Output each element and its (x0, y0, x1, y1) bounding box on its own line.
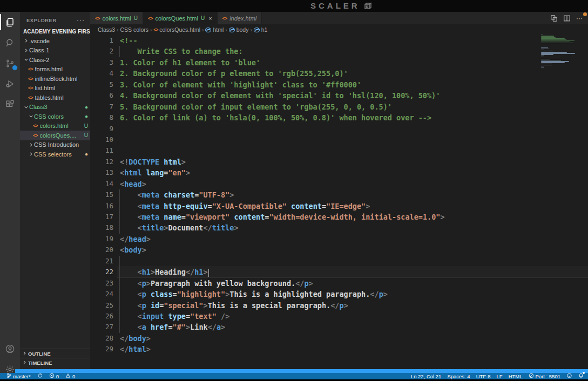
html-file-icon: <> (28, 66, 33, 72)
code-line-29[interactable]: 29</html> (90, 344, 588, 355)
code-line-4[interactable]: 42. Background color of p element to 'rg… (90, 68, 588, 79)
status-bar: master*00Ln 22, Col 21Spaces: 4UTF-8LFHT… (0, 373, 588, 379)
code-line-14[interactable]: 14<head> (90, 179, 588, 189)
status-git-branch[interactable]: master* (6, 373, 31, 379)
tree-item-colors-html[interactable]: <>colors.htmlU (20, 121, 90, 131)
code-line-7[interactable]: 75. Background color of input element to… (90, 101, 588, 112)
status-warning[interactable]: 0 (65, 373, 75, 379)
code-line-17[interactable]: 17 <meta name="viewport" content="width=… (90, 212, 588, 222)
code-line-25[interactable]: 25 <p id="special">This is a special par… (90, 300, 588, 311)
source-control-icon[interactable] (0, 53, 20, 73)
tree-item-class3[interactable]: Class3● (20, 103, 90, 112)
code-line-27[interactable]: 27 <a href="#">Link</a> (90, 322, 588, 332)
status-spaces-indicator[interactable]: Spaces: 4 (447, 373, 470, 379)
extensions-icon[interactable] (0, 94, 20, 114)
code-line-9[interactable]: 9 (90, 124, 588, 134)
code-line-19[interactable]: 19</head> (90, 234, 588, 244)
status-ln-indicator[interactable]: Ln 22, Col 21 (411, 373, 442, 379)
section-timeline[interactable]: TIMELINE (20, 358, 90, 367)
code-line-13[interactable]: 13<html lang="en"> (90, 167, 588, 178)
code-line-23[interactable]: 23 <p>Paragraph with yellow background.<… (90, 278, 588, 289)
status-html-indicator[interactable]: HTML (509, 373, 523, 379)
tab-colorsques-html[interactable]: <>colorsQues.htmlU× (143, 12, 218, 24)
chevron-right-icon (28, 151, 34, 157)
tree-item-inllineblock-html[interactable]: <>inllineBlock.html (20, 74, 90, 84)
tree-item-class-2[interactable]: Class-2 (20, 55, 90, 65)
code-line-11[interactable]: 11 (90, 145, 588, 156)
tab-index-html[interactable]: <>index.html (218, 12, 262, 24)
chevron-down-icon (28, 113, 34, 119)
line-number: 10 (90, 134, 113, 145)
tree-item-tables-html[interactable]: <>tables.html (20, 93, 90, 103)
tree-item-label: CSS selectors (34, 151, 72, 158)
workspace-root-folder[interactable]: ACADEMY EVENING FIRS... (20, 27, 90, 36)
open-changes-icon[interactable] (550, 15, 558, 22)
code-line-5[interactable]: 53. Color of element with 'highlight' cl… (90, 79, 588, 90)
code-line-22[interactable]: 22 <h1>Heading</h1> (90, 267, 588, 277)
status-sync[interactable] (37, 373, 43, 379)
line-number: 27 (90, 322, 113, 332)
git-untracked-badge: U (134, 15, 138, 21)
status-bell[interactable] (578, 373, 584, 379)
tree-item-colorsques-[interactable]: <>colorsQues....U (20, 131, 90, 140)
status-error[interactable]: 0 (49, 373, 59, 379)
tree-item-forms-html[interactable]: <>forms.html (20, 65, 90, 74)
code-line-8[interactable]: 86. Color of link (a) to 'hsla(0, 100%, … (90, 112, 588, 123)
code-line-12[interactable]: 12<!DOCTYPE html> (90, 157, 588, 167)
chevron-right-icon (23, 38, 29, 44)
warning-icon (65, 373, 71, 379)
close-icon[interactable]: × (208, 15, 212, 22)
account-icon[interactable] (0, 338, 20, 359)
git-modified-dot: ● (83, 151, 88, 157)
breadcrumb-separator: › (150, 27, 152, 33)
status-feedback[interactable] (566, 373, 572, 379)
breadcrumb-body[interactable]: body (229, 26, 249, 33)
tree-item-css-selectors[interactable]: CSS selectors● (20, 149, 90, 159)
tree-item-label: colors.html (40, 123, 69, 129)
breadcrumb-colorsques-html[interactable]: <>colorsQues.html (153, 26, 200, 33)
search-icon[interactable] (0, 32, 20, 53)
section-outline[interactable]: OUTLINE (20, 349, 90, 358)
code-line-15[interactable]: 15 <meta charset="UTF-8"> (90, 189, 588, 200)
more-actions-icon[interactable]: ··· (576, 15, 583, 22)
line-number: 21 (90, 256, 113, 267)
tree-item-label: Class3 (29, 104, 48, 110)
symbol-icon (254, 28, 260, 32)
explorer-more-icon[interactable]: ··· (77, 16, 85, 24)
status-circle-slash[interactable]: Port : 5501 (529, 373, 560, 379)
tree-item-css-colors[interactable]: CSS colors● (20, 112, 90, 121)
code-line-3[interactable]: 31. Color of h1 element to 'blue' (90, 57, 588, 68)
status-lf-indicator[interactable]: LF (497, 373, 503, 379)
code-line-6[interactable]: 64. Background color of element with 'sp… (90, 90, 588, 101)
code-line-24[interactable]: 24 <p class="highlight">This is a highli… (90, 289, 588, 300)
minimap[interactable] (541, 35, 582, 78)
explorer-icon[interactable] (0, 12, 20, 32)
tree-item-class-1[interactable]: Class-1 (20, 46, 90, 56)
status-label: 0 (72, 373, 75, 379)
breadcrumb-h1[interactable]: h1 (254, 26, 268, 33)
status-label: 0 (56, 373, 59, 379)
status-label: master* (13, 373, 31, 379)
run-debug-icon[interactable] (0, 73, 20, 94)
code-line-18[interactable]: 18 <title>Document</title> (90, 222, 588, 233)
video-scrub-bar[interactable] (15, 369, 588, 373)
code-editor[interactable]: 1<!--2 Write CSS to change the:31. Color… (90, 35, 588, 359)
tab-colors-html[interactable]: <>colors.htmlU (90, 12, 143, 24)
tree-item--vscode[interactable]: .vscode (20, 36, 90, 46)
breadcrumb-html[interactable]: html (205, 26, 224, 33)
status-utf-8-indicator[interactable]: UTF-8 (476, 373, 491, 379)
split-editor-icon[interactable] (563, 15, 571, 22)
code-line-21[interactable]: 21 (90, 256, 588, 267)
code-line-20[interactable]: 20<body> (90, 244, 588, 255)
code-line-1[interactable]: 1<!-- (90, 35, 588, 46)
code-line-26[interactable]: 26 <input type="text" /> (90, 311, 588, 322)
code-line-16[interactable]: 16 <meta http-equiv="X-UA-Compatible" co… (90, 201, 588, 212)
code-line-10[interactable]: 10 (90, 134, 588, 145)
status-label: HTML (509, 373, 523, 379)
code-line-2[interactable]: 2 Write CSS to change the: (90, 46, 588, 57)
breadcrumb-class3[interactable]: Class3 (98, 26, 115, 33)
tree-item-css-introduction[interactable]: CSS Introduction (20, 140, 90, 150)
breadcrumb-css-colors[interactable]: CSS colors (120, 26, 148, 33)
tree-item-list-html[interactable]: <>list.html (20, 84, 90, 93)
code-line-28[interactable]: 28</body> (90, 333, 588, 344)
